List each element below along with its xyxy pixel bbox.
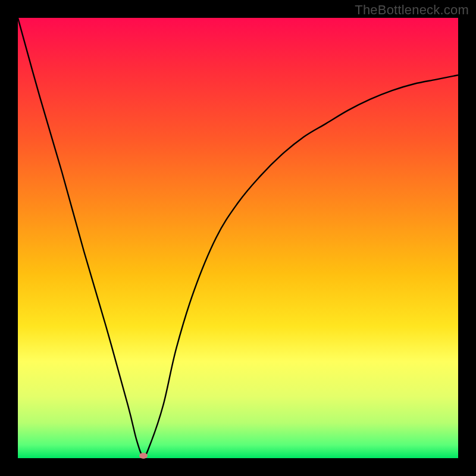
curve-path: [18, 18, 458, 456]
plot-area: [18, 18, 458, 458]
bottleneck-curve: [18, 18, 458, 458]
minimum-marker: [139, 453, 148, 459]
watermark-text: TheBottleneck.com: [355, 2, 469, 18]
chart-frame: TheBottleneck.com: [0, 0, 476, 476]
